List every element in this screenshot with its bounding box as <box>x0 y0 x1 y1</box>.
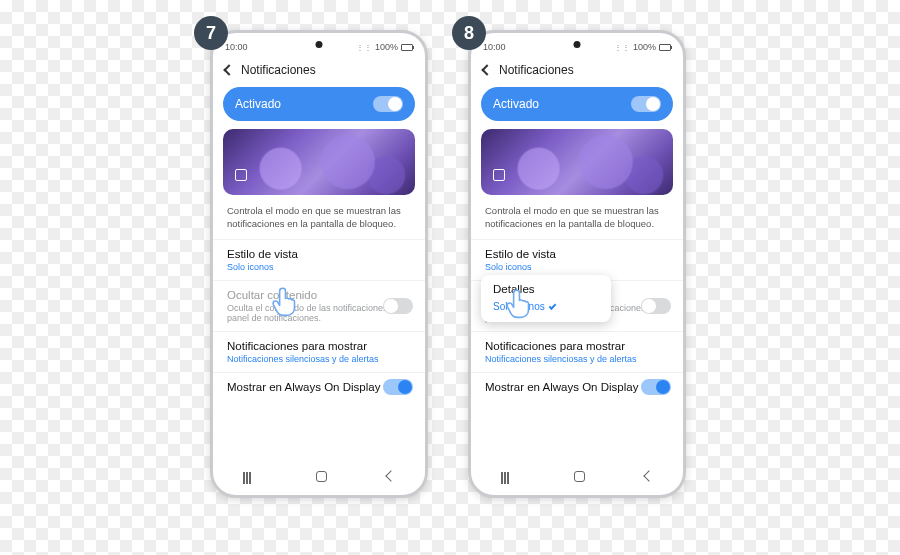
battery-icon <box>659 44 671 51</box>
page-title: Notificaciones <box>499 63 574 77</box>
preview-notification-icon <box>493 169 505 181</box>
row-hide-content[interactable]: Ocultar contenido Oculta el contenido de… <box>213 280 425 331</box>
row-to-show-sub: Notificaciones silenciosas y de alertas <box>485 354 669 364</box>
hide-content-toggle[interactable] <box>383 298 413 314</box>
master-toggle-row[interactable]: Activado <box>223 87 415 121</box>
wifi-icon: ⋮⋮ <box>614 43 630 52</box>
camera-hole <box>574 41 581 48</box>
aod-toggle[interactable] <box>383 379 413 395</box>
battery-percent: 100% <box>375 42 398 52</box>
preview-notification-icon <box>235 169 247 181</box>
hide-content-toggle[interactable] <box>641 298 671 314</box>
row-view-style[interactable]: Estilo de vista Solo iconos <box>471 239 683 280</box>
nav-home-icon[interactable] <box>316 471 327 482</box>
master-toggle-row[interactable]: Activado <box>481 87 673 121</box>
step-badge-7: 7 <box>194 16 228 50</box>
row-to-show[interactable]: Notificaciones para mostrar Notificacion… <box>471 331 683 372</box>
view-style-popup[interactable]: Detalles Solo iconos <box>481 275 611 322</box>
row-view-style-sub: Solo iconos <box>227 262 411 272</box>
camera-hole <box>316 41 323 48</box>
lockscreen-preview <box>481 129 673 195</box>
row-view-style-sub: Solo iconos <box>485 262 669 272</box>
row-hide-content-title: Ocultar contenido <box>227 289 411 301</box>
row-aod[interactable]: Mostrar en Always On Display <box>471 372 683 401</box>
aod-toggle[interactable] <box>641 379 671 395</box>
master-toggle[interactable] <box>631 96 661 112</box>
wifi-icon: ⋮⋮ <box>356 43 372 52</box>
nav-bar <box>213 463 425 489</box>
battery-icon <box>401 44 413 51</box>
phone-step-7: 10:00 ⋮⋮ 100% Notificaciones Activado Co… <box>210 30 428 498</box>
row-view-style-title: Estilo de vista <box>485 248 669 260</box>
step-badge-8: 8 <box>452 16 486 50</box>
row-to-show-sub: Notificaciones silenciosas y de alertas <box>227 354 411 364</box>
check-icon <box>548 302 556 310</box>
master-toggle-label: Activado <box>235 97 281 111</box>
row-aod[interactable]: Mostrar en Always On Display <box>213 372 425 401</box>
lockscreen-preview <box>223 129 415 195</box>
popup-option-selected[interactable]: Solo iconos <box>493 301 599 312</box>
popup-title: Detalles <box>493 283 599 295</box>
nav-back-icon[interactable] <box>643 470 654 481</box>
master-toggle-label: Activado <box>493 97 539 111</box>
nav-bar <box>471 463 683 489</box>
status-time: 10:00 <box>225 42 248 52</box>
page-title: Notificaciones <box>241 63 316 77</box>
row-to-show-title: Notificaciones para mostrar <box>485 340 669 352</box>
battery-percent: 100% <box>633 42 656 52</box>
status-time: 10:00 <box>483 42 506 52</box>
row-to-show[interactable]: Notificaciones para mostrar Notificacion… <box>213 331 425 372</box>
row-to-show-title: Notificaciones para mostrar <box>227 340 411 352</box>
row-view-style[interactable]: Estilo de vista Solo iconos <box>213 239 425 280</box>
master-toggle[interactable] <box>373 96 403 112</box>
title-bar: Notificaciones <box>471 57 683 87</box>
nav-recent-icon[interactable] <box>243 472 256 480</box>
description-text: Controla el modo en que se muestran las … <box>471 203 683 239</box>
phone-step-8: 10:00 ⋮⋮ 100% Notificaciones Activado Co… <box>468 30 686 498</box>
nav-recent-icon[interactable] <box>501 472 514 480</box>
nav-back-icon[interactable] <box>385 470 396 481</box>
back-icon[interactable] <box>481 64 492 75</box>
description-text: Controla el modo en que se muestran las … <box>213 203 425 239</box>
nav-home-icon[interactable] <box>574 471 585 482</box>
back-icon[interactable] <box>223 64 234 75</box>
row-view-style-title: Estilo de vista <box>227 248 411 260</box>
stage: 7 8 10:00 ⋮⋮ 100% Notificaciones Activad… <box>210 30 686 498</box>
title-bar: Notificaciones <box>213 57 425 87</box>
popup-option-label: Solo iconos <box>493 301 545 312</box>
